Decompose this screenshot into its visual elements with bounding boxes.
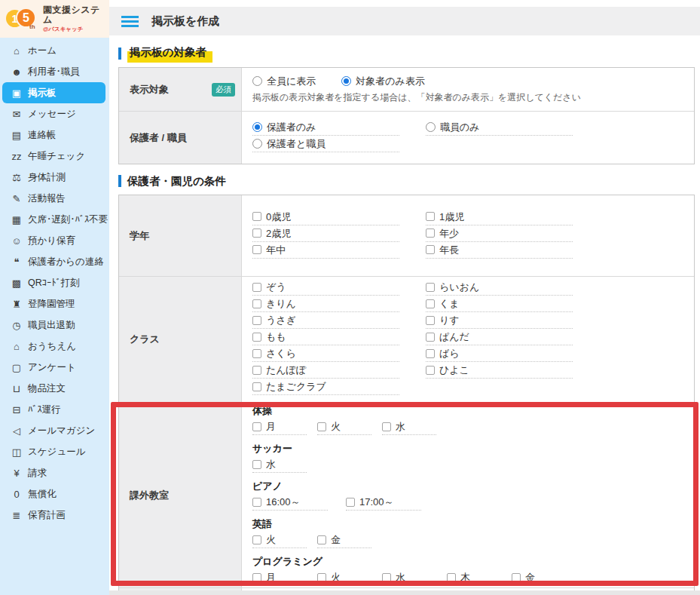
radio-icon bbox=[252, 139, 262, 149]
checkbox-icon bbox=[252, 349, 261, 358]
checkbox-option[interactable]: ぞう bbox=[252, 281, 399, 296]
checkbox-option[interactable]: 水 bbox=[382, 572, 436, 586]
sidebar-item-schedule[interactable]: ◫スケジュール bbox=[2, 441, 105, 462]
sidebar-item-contact-book[interactable]: ▤連絡帳 bbox=[2, 124, 105, 146]
checkbox-option[interactable]: たんぽぽ bbox=[252, 364, 399, 379]
app-logo: 1 5 th 園支援システム @バスキャッチ bbox=[0, 0, 109, 38]
option-label: 年少 bbox=[439, 228, 459, 239]
sidebar-item-label: 登降園管理 bbox=[28, 298, 75, 311]
sidebar-item-bulletin-board[interactable]: ▣掲示板 bbox=[2, 82, 105, 103]
sidebar-item-bus-operation[interactable]: ⊟ﾊﾞｽ運行 bbox=[2, 399, 105, 420]
sidebar-item-body-measurement[interactable]: ⚖身体計測 bbox=[2, 167, 105, 188]
checkbox-option[interactable]: 1歳児 bbox=[426, 211, 573, 225]
checkbox-option[interactable]: 16:00～ bbox=[252, 496, 328, 511]
checkbox-icon bbox=[426, 299, 435, 308]
checkbox-option[interactable]: 17:00～ bbox=[346, 496, 421, 511]
sidebar-item-users-staff[interactable]: ☻利用者･職員 bbox=[2, 61, 105, 82]
lesson-group-options: 月火水 bbox=[252, 421, 686, 435]
section-heading-target: 掲示板の対象者 bbox=[118, 46, 700, 61]
menu-icon[interactable] bbox=[121, 14, 139, 29]
sidebar-item-childcare-plan[interactable]: ≣保育計画 bbox=[2, 505, 105, 526]
checkbox-option[interactable]: ひよこ bbox=[426, 364, 573, 379]
option-label: もも bbox=[266, 331, 286, 342]
sidebar-item-extended-childcare[interactable]: ☺預かり保育 bbox=[2, 230, 105, 251]
sidebar-item-goods-order[interactable]: ⊔物品注文 bbox=[2, 378, 105, 399]
sidebar-item-qr-timestamp[interactable]: ▩QRｺｰﾄﾞ打刻 bbox=[2, 272, 105, 293]
radio-option[interactable]: 全員に表示 bbox=[252, 75, 316, 87]
lesson-group: 英語火金 bbox=[252, 517, 686, 548]
sidebar-item-messages[interactable]: ✉メッセージ bbox=[2, 103, 105, 124]
checkbox-icon bbox=[447, 573, 456, 582]
checkbox-icon bbox=[426, 245, 435, 254]
checkbox-option[interactable]: もも bbox=[252, 331, 399, 345]
checkbox-option[interactable]: 火 bbox=[317, 572, 371, 586]
bulletin-board-icon: ▣ bbox=[11, 87, 23, 99]
option-label: ばら bbox=[439, 348, 460, 359]
sidebar-item-billing[interactable]: ¥請求 bbox=[2, 462, 105, 483]
field-label-cell: クラス bbox=[119, 277, 242, 402]
checkbox-option[interactable]: 火 bbox=[252, 534, 307, 548]
checkbox-option[interactable]: ぱんだ bbox=[426, 331, 573, 345]
sidebar-item-absence-late-no-bus[interactable]: ▦欠席･遅刻･ﾊﾞｽ不要 bbox=[2, 209, 105, 230]
checkbox-option[interactable]: 年中 bbox=[252, 244, 399, 259]
checkbox-option[interactable]: ばら bbox=[426, 348, 573, 362]
checkbox-icon bbox=[426, 228, 435, 238]
sidebar-item-free-of-charge[interactable]: 0無償化 bbox=[2, 483, 105, 505]
radio-option[interactable]: 保護者と職員 bbox=[252, 138, 399, 152]
lesson-group: プログラミング月火水木金 bbox=[252, 555, 686, 586]
brand-subtitle: @バスキャッチ bbox=[43, 26, 105, 32]
sidebar-item-label: 掲示板 bbox=[28, 87, 57, 100]
checkbox-group-class: ぞうらいおんきりんくまうさぎりすももぱんださくらばらたんぽぽひよこたまごクラブ bbox=[252, 281, 599, 397]
sidebar-item-label: 保護者からの連絡 bbox=[28, 256, 104, 268]
radio-option[interactable]: 対象者のみ表示 bbox=[341, 75, 425, 87]
checkbox-option[interactable]: りす bbox=[426, 314, 573, 329]
sidebar-item-label: 職員出退勤 bbox=[28, 319, 75, 332]
row-class: クラス ぞうらいおんきりんくまうさぎりすももぱんださくらばらたんぽぽひよこたまご… bbox=[119, 276, 694, 402]
checkbox-icon bbox=[382, 573, 391, 582]
checkbox-option[interactable]: たまごクラブ bbox=[252, 381, 399, 395]
radio-option[interactable]: 職員のみ bbox=[426, 121, 573, 136]
checkbox-option[interactable]: 2歳児 bbox=[252, 228, 399, 242]
horizontal-scrollbar[interactable] bbox=[109, 590, 700, 595]
radio-option[interactable]: 保護者のみ bbox=[252, 121, 399, 136]
scale-icon: ⚖ bbox=[11, 172, 23, 183]
topbar: 掲示板を作成 bbox=[109, 7, 700, 35]
checkbox-option[interactable]: 0歳児 bbox=[252, 211, 399, 225]
checkbox-option[interactable]: くま bbox=[426, 298, 573, 312]
sidebar-item-label: ホーム bbox=[28, 44, 57, 57]
checkbox-option[interactable]: 水 bbox=[382, 421, 436, 435]
checkbox-option[interactable]: らいおん bbox=[426, 281, 573, 296]
sidebar-item-home[interactable]: ⌂ホーム bbox=[2, 40, 105, 61]
checkbox-option[interactable]: 年長 bbox=[426, 244, 573, 259]
checkbox-option[interactable]: 月 bbox=[252, 572, 307, 586]
option-label: 金 bbox=[331, 534, 341, 545]
checkbox-option[interactable]: 金 bbox=[317, 534, 371, 548]
checkbox-option[interactable]: きりん bbox=[252, 298, 399, 312]
sidebar-item-nap-check[interactable]: zz午睡チェック bbox=[2, 146, 105, 167]
zero-icon: 0 bbox=[11, 489, 23, 500]
row-display-target: 表示対象 必須 全員に表示対象者のみ表示 掲示板の表示対象者を指定する場合は、「… bbox=[119, 68, 694, 111]
checkbox-option[interactable]: 月 bbox=[252, 421, 307, 435]
checkbox-option[interactable]: さくら bbox=[252, 348, 399, 362]
sidebar-item-mail-magazine[interactable]: ◁メールマガジン bbox=[2, 420, 105, 441]
checkbox-icon bbox=[252, 573, 261, 582]
checkbox-option[interactable]: 金 bbox=[512, 572, 566, 586]
sidebar-item-attendance-management[interactable]: ♜登降園管理 bbox=[2, 293, 105, 314]
sidebar-item-activity-report[interactable]: ✎活動報告 bbox=[2, 188, 105, 209]
field-label: 表示対象 bbox=[130, 83, 169, 97]
sidebar-item-parent-contact[interactable]: ❝保護者からの連絡 bbox=[2, 251, 105, 272]
checkbox-option[interactable]: 火 bbox=[317, 421, 371, 435]
sidebar-item-survey[interactable]: ▢アンケート bbox=[2, 357, 105, 378]
sidebar-item-label: おうちえん bbox=[28, 340, 76, 353]
field-label-cell: 保護者 / 職員 bbox=[119, 112, 242, 164]
section-title: 保護者・園児の条件 bbox=[127, 174, 226, 189]
sidebar-item-staff-clock[interactable]: ◷職員出退勤 bbox=[2, 314, 105, 336]
checkbox-option[interactable]: 年少 bbox=[426, 228, 573, 242]
checkbox-option[interactable]: うさぎ bbox=[252, 314, 399, 329]
checkbox-option[interactable]: 木 bbox=[447, 572, 501, 586]
page: 1 5 th 園支援システム @バスキャッチ ⌂ホーム☻利用者･職員▣掲示板✉メ… bbox=[0, 0, 700, 595]
sidebar-item-ouchien[interactable]: ⌂おうちえん bbox=[2, 336, 105, 357]
option-label: 対象者のみ表示 bbox=[356, 75, 425, 87]
checkbox-option[interactable]: 水 bbox=[252, 459, 307, 473]
sidebar-item-label: ﾊﾞｽ運行 bbox=[28, 403, 61, 416]
